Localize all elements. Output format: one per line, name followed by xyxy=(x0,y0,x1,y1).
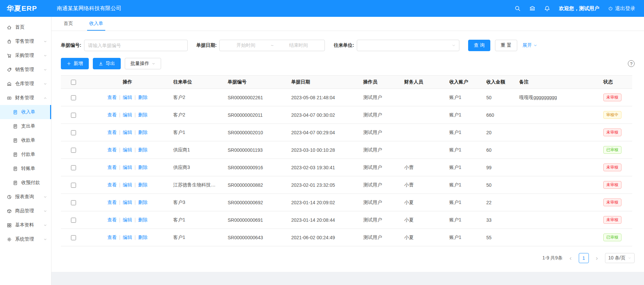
status-badge: 未审核 xyxy=(603,94,621,101)
column-header-remark: 备注 xyxy=(515,76,599,89)
unit-select[interactable] xyxy=(357,40,459,51)
row-checkbox[interactable] xyxy=(71,95,76,100)
delete-link[interactable]: 删除 xyxy=(138,182,148,187)
view-link[interactable]: 查看 xyxy=(107,112,117,117)
action-separator: | xyxy=(119,95,120,100)
cell-remark xyxy=(515,159,599,176)
delete-link[interactable]: 删除 xyxy=(138,217,148,222)
edit-link[interactable]: 编辑 xyxy=(123,130,132,135)
delete-link[interactable]: 删除 xyxy=(138,130,148,135)
delete-link[interactable]: 删除 xyxy=(138,235,148,240)
row-checkbox[interactable] xyxy=(71,165,76,170)
view-link[interactable]: 查看 xyxy=(107,95,117,100)
delete-link[interactable]: 删除 xyxy=(138,165,148,170)
income-bill-table: 操作往来单位单据编号单据日期操作员财务人员收入账户收入金额备注状态 查看|编辑|… xyxy=(61,75,632,246)
cell-finance xyxy=(400,124,445,141)
cell-unit: 客户1 xyxy=(169,124,224,141)
action-separator: | xyxy=(135,182,136,187)
date-range-picker[interactable]: 开始时间 ~ 结束时间 xyxy=(219,40,325,51)
page-number-1[interactable]: 1 xyxy=(579,253,589,263)
edit-link[interactable]: 编辑 xyxy=(123,217,132,222)
bill-no-input[interactable] xyxy=(84,40,188,51)
sidebar-item-report[interactable]: 报表查询 xyxy=(0,190,51,204)
view-link[interactable]: 查看 xyxy=(107,130,117,135)
sidebar-subitem-receipt[interactable]: 收款单 xyxy=(0,133,51,147)
delete-link[interactable]: 删除 xyxy=(138,95,148,100)
tab-income-bill[interactable]: 收入单 xyxy=(87,17,105,31)
view-link[interactable]: 查看 xyxy=(107,217,117,222)
sidebar-subitem-expense[interactable]: 支出单 xyxy=(0,119,51,133)
sidebar-subitem-income[interactable]: 收入单 xyxy=(0,105,51,119)
expand-link[interactable]: 展开 xyxy=(523,42,537,48)
edit-link[interactable]: 编辑 xyxy=(123,200,132,205)
bill-no-label: 单据编号: xyxy=(61,42,81,48)
cell-no: SR00000002011 xyxy=(224,106,287,124)
sidebar-item-home[interactable]: 首页 xyxy=(0,20,51,34)
sidebar-subitem-advance[interactable]: 收预付款 xyxy=(0,176,51,190)
retail-icon xyxy=(7,39,12,44)
search-button[interactable]: 查 询 xyxy=(468,40,490,51)
sidebar-item-retail[interactable]: 零售管理 xyxy=(0,34,51,48)
select-all-checkbox[interactable] xyxy=(71,80,76,85)
edit-link[interactable]: 编辑 xyxy=(123,165,132,170)
row-checkbox[interactable] xyxy=(71,183,76,188)
row-checkbox[interactable] xyxy=(71,130,76,135)
row-checkbox[interactable] xyxy=(71,235,76,240)
delete-link[interactable]: 删除 xyxy=(138,200,148,205)
cell-amount: 660 xyxy=(482,106,515,124)
export-button[interactable]: 导出 xyxy=(93,58,121,69)
view-link[interactable]: 查看 xyxy=(107,147,117,152)
cell-unit: 客户1 xyxy=(169,211,224,229)
prev-page-button[interactable]: ‹ xyxy=(566,253,575,263)
sidebar-item-purchase[interactable]: 采购管理 xyxy=(0,48,51,63)
delete-link[interactable]: 删除 xyxy=(138,112,148,117)
purchase-icon xyxy=(7,53,12,58)
cell-operator: 测试用户 xyxy=(359,106,400,124)
reset-button[interactable]: 重 置 xyxy=(495,40,517,51)
sidebar-item-base[interactable]: 基本资料 xyxy=(0,218,51,232)
edit-link[interactable]: 编辑 xyxy=(123,235,132,240)
chevron-down-icon xyxy=(43,223,47,227)
sidebar-item-goods[interactable]: 商品管理 xyxy=(0,204,51,218)
bell-icon[interactable] xyxy=(544,5,550,11)
next-page-button[interactable]: › xyxy=(592,253,602,263)
view-link[interactable]: 查看 xyxy=(107,182,117,187)
row-checkbox[interactable] xyxy=(71,113,76,118)
batch-ops-button[interactable]: 批量操作 xyxy=(125,58,161,69)
search-icon[interactable] xyxy=(515,5,521,11)
edit-link[interactable]: 编辑 xyxy=(123,95,132,100)
edit-link[interactable]: 编辑 xyxy=(123,147,132,152)
view-link[interactable]: 查看 xyxy=(107,235,117,240)
sidebar-subitem-transfer[interactable]: 转账单 xyxy=(0,162,51,176)
view-link[interactable]: 查看 xyxy=(107,165,117,170)
bank-icon[interactable] xyxy=(529,5,535,11)
sidebar-item-system[interactable]: 系统管理 xyxy=(0,232,51,246)
cell-operator: 测试用户 xyxy=(359,89,400,106)
action-separator: | xyxy=(119,235,120,240)
edit-link[interactable]: 编辑 xyxy=(123,182,132,187)
row-checkbox[interactable] xyxy=(71,148,76,153)
cell-account: 账户1 xyxy=(445,211,482,229)
logout-button[interactable]: 退出登录 xyxy=(608,5,635,12)
sidebar-subitem-payment[interactable]: 付款单 xyxy=(0,147,51,162)
row-checkbox[interactable] xyxy=(71,200,76,205)
tab-home[interactable]: 首页 xyxy=(62,17,75,31)
edit-link[interactable]: 编辑 xyxy=(123,112,132,117)
add-button[interactable]: 新增 xyxy=(61,58,89,69)
cell-finance: 小夏 xyxy=(400,194,445,211)
view-link[interactable]: 查看 xyxy=(107,200,117,205)
page-size-select[interactable]: 10 条/页 xyxy=(605,253,635,263)
report-icon xyxy=(7,194,12,200)
help-icon[interactable]: ? xyxy=(628,60,635,67)
sidebar-item-sales[interactable]: 销售管理 xyxy=(0,63,51,77)
cell-operator: 测试用户 xyxy=(359,229,400,246)
row-checkbox[interactable] xyxy=(71,218,76,223)
goods-icon xyxy=(7,209,12,214)
sidebar-item-finance[interactable]: 财务管理 xyxy=(0,91,51,105)
cell-unit: 客户2 xyxy=(169,89,224,106)
sidebar-item-warehouse[interactable]: 仓库管理 xyxy=(0,77,51,91)
chevron-down-icon xyxy=(628,256,631,260)
action-separator: | xyxy=(119,147,120,152)
cell-no: SR00000000643 xyxy=(224,229,287,246)
delete-link[interactable]: 删除 xyxy=(138,147,148,152)
